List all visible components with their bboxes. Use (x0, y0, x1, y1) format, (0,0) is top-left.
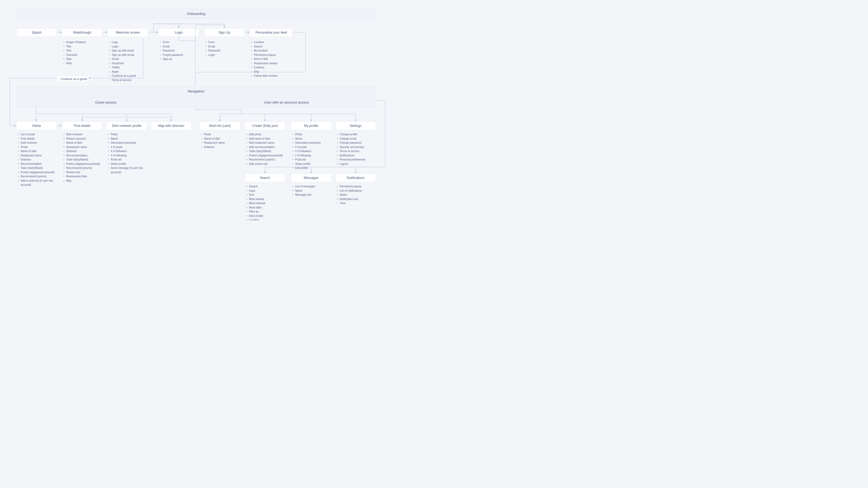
details-messages: List of messages Name Message test (292, 184, 315, 197)
node-welcome: Welcome screen (107, 28, 148, 37)
details-wishlist: Photo Name of dish Restaurant name Dista… (201, 132, 225, 149)
section-guest: Guest access (16, 97, 195, 107)
node-settings: Settings (335, 122, 376, 130)
node-login: Login (158, 28, 199, 37)
section-onboarding: Onboarding (16, 9, 376, 19)
details-home: List of posts Post details Dish reviewer… (18, 132, 58, 187)
node-walkthrough: Walkthrough (62, 28, 102, 37)
details-create: Add photo Add name of dish Add restauran… (246, 132, 287, 166)
details-profile: Photo Name Generated username # of posts… (292, 132, 321, 170)
node-profile: My profile (291, 122, 332, 130)
details-search: Search Input Sort Most newest Most relev… (246, 184, 265, 220)
details-login: Form Email Password Forgot password Sign… (160, 40, 183, 61)
details-welcome: Logo Login Sign up with email Sign up wi… (109, 40, 136, 82)
node-reviewer: Dish reviewer profile (106, 122, 147, 130)
node-map: Map with direction (151, 122, 191, 130)
node-wishlist: Wish-list (card) (199, 122, 240, 130)
node-post-details: Post details (62, 122, 102, 130)
pill-continue-guest: Continue as a guest (57, 76, 91, 82)
node-notifications: Notifications (335, 173, 376, 182)
details-signup: Form Email Password Login (206, 40, 220, 57)
details-personalise: Location Search My location Permisions p… (251, 40, 278, 78)
node-search: Search (245, 173, 285, 182)
section-navigation: Navigation (16, 86, 376, 96)
details-post: Dish reviewer Photos carousel Name of di… (63, 132, 105, 183)
node-signup: Sign Up (204, 28, 245, 37)
node-messages: Messages (291, 173, 332, 182)
details-walkthrough: Image of feature Title Text Carousel Ski… (63, 40, 86, 65)
node-create: Create (Edit) post (245, 122, 285, 130)
section-user: User with an account access (197, 97, 376, 107)
details-settings: Change profile Change email Change passw… (337, 132, 365, 166)
node-splash: Splash (16, 28, 57, 37)
node-personalise: Personalise your feed (250, 28, 293, 37)
details-reviewer: Photo Name Generated username # of posts… (108, 132, 151, 174)
node-home: Home (16, 122, 57, 130)
details-notifications: Permisions popup List of notifications N… (337, 184, 362, 205)
